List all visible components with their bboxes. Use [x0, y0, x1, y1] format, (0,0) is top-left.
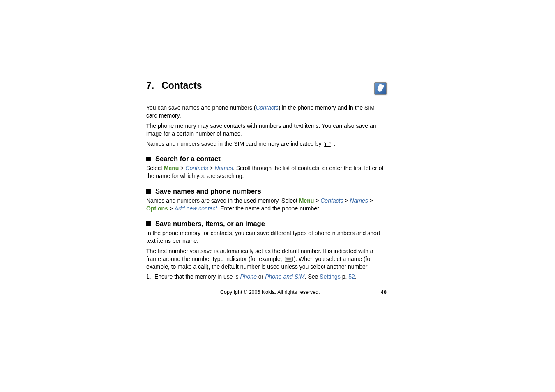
- section-search-text: Select Menu > Contacts > Names. Scroll t…: [146, 164, 385, 180]
- memory-phone: Phone: [240, 273, 256, 280]
- menu-path-add-new: Add new contact: [175, 205, 217, 212]
- section-save-names-header: Save names and phone numbers: [146, 187, 387, 195]
- intro-paragraph-1: You can save names and phone numbers (Co…: [146, 104, 385, 120]
- page-52-link[interactable]: 52: [348, 273, 355, 280]
- contacts-app-icon: [374, 82, 387, 95]
- intro-paragraph-3: Names and numbers saved in the SIM card …: [146, 140, 385, 148]
- square-bullet-icon: [146, 189, 151, 194]
- section-save-numbers-p1: In the phone memory for contacts, you ca…: [146, 229, 385, 245]
- list-item-1: 1. Ensure that the memory in use is Phon…: [146, 273, 385, 281]
- contacts-term: Contacts: [256, 104, 278, 111]
- menu-path-menu: Menu: [299, 197, 314, 204]
- copyright-text: Copyright © 2006 Nokia. All rights reser…: [220, 289, 320, 295]
- memory-phone-and-sim: Phone and SIM: [265, 273, 305, 280]
- page-number: 48: [381, 289, 387, 295]
- menu-path-menu: Menu: [164, 165, 179, 171]
- menu-path-options: Options: [146, 205, 168, 212]
- sim-card-icon: [324, 142, 331, 147]
- page-content: 7. Contacts You can save names and phone…: [146, 80, 387, 281]
- menu-path-names: Names: [215, 165, 233, 171]
- square-bullet-icon: [146, 221, 151, 226]
- square-bullet-icon: [146, 157, 151, 161]
- chapter-header: 7. Contacts: [146, 80, 365, 94]
- section-title-save-names: Save names and phone numbers: [155, 187, 261, 195]
- section-search-header: Search for a contact: [146, 155, 387, 163]
- menu-path-names: Names: [350, 197, 368, 204]
- chapter-number: 7.: [146, 80, 154, 91]
- intro-block: You can save names and phone numbers (Co…: [146, 104, 385, 148]
- menu-path-contacts: Contacts: [185, 165, 208, 171]
- phone-type-icon: [285, 257, 293, 262]
- section-title-search: Search for a contact: [155, 155, 221, 163]
- section-save-numbers-p2: The first number you save is automatical…: [146, 247, 385, 271]
- section-save-numbers-header: Save numbers, items, or an image: [146, 220, 387, 228]
- section-save-names-text: Names and numbers are saved in the used …: [146, 197, 385, 212]
- intro-paragraph-2: The phone memory may save contacts with …: [146, 122, 385, 138]
- chapter-title: Contacts: [161, 80, 202, 91]
- settings-link[interactable]: Settings: [320, 273, 341, 280]
- section-title-save-numbers: Save numbers, items, or an image: [155, 220, 265, 228]
- menu-path-contacts: Contacts: [320, 197, 343, 204]
- list-number: 1.: [146, 273, 153, 281]
